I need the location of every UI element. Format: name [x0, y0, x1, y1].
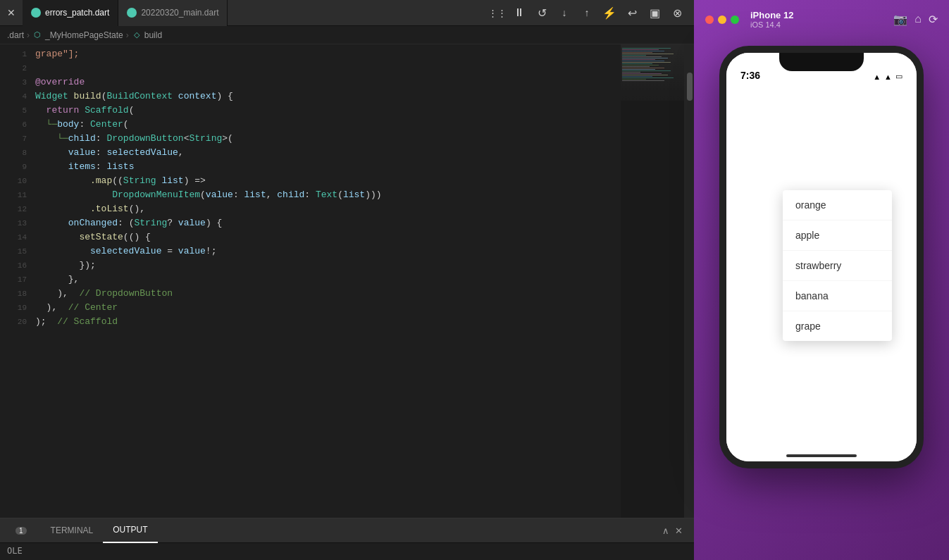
pause-icon[interactable]: ⏸: [511, 6, 528, 19]
code-token: setState: [79, 230, 123, 244]
dropdown-item[interactable]: grape: [783, 311, 892, 341]
dropdown-item[interactable]: strawberry: [783, 251, 892, 281]
code-token: <: [184, 132, 190, 146]
line-number: 2: [7, 61, 27, 75]
code-line: 3@override: [0, 75, 621, 89]
code-token: grape"];: [35, 47, 79, 61]
line-number: 13: [7, 216, 27, 230]
minimap: [621, 44, 684, 518]
code-token: value: [178, 244, 206, 259]
code-token: Text: [316, 188, 337, 202]
code-token: DropdownButton: [106, 132, 183, 146]
window-controls: [705, 15, 739, 24]
maximize-dot[interactable]: [731, 15, 739, 24]
close-dot[interactable]: [705, 15, 714, 24]
breadcrumb-class[interactable]: ⬡ _MyHomePageState: [32, 30, 123, 40]
code-token: ?: [167, 216, 178, 230]
bottom-tab-bar: 1 TERMINAL OUTPUT ∧ ✕: [0, 518, 694, 543]
dart-file-icon-2: [127, 8, 137, 18]
code-line: 7 └─child: DropdownButton<String>(: [0, 132, 621, 146]
ide-panel: ✕ errors_patch.dart 20220320_main.dart ⋮…: [0, 0, 694, 560]
search-icon[interactable]: ⊗: [669, 6, 686, 20]
code-token: ),: [35, 287, 79, 301]
code-token: [35, 160, 68, 174]
close-panel-icon[interactable]: ✕: [675, 525, 683, 536]
stop-icon[interactable]: ▣: [646, 6, 663, 20]
home-icon[interactable]: ⌂: [914, 13, 922, 26]
breadcrumb-method[interactable]: ◇ build: [132, 30, 162, 40]
code-token: .map: [90, 174, 112, 188]
step-into-icon[interactable]: ↑: [578, 7, 595, 18]
code-token: ) {: [216, 89, 232, 104]
code-token: :: [79, 118, 90, 132]
code-token: String: [189, 132, 222, 146]
run-icon[interactable]: ⚡: [601, 6, 618, 20]
code-token: value: [68, 146, 96, 160]
collapse-panel-icon[interactable]: ∧: [662, 525, 669, 536]
tab-errors-patch[interactable]: errors_patch.dart: [23, 0, 118, 26]
code-token: :: [96, 132, 107, 146]
breadcrumb-file[interactable]: .dart: [7, 30, 24, 40]
restart-icon[interactable]: ↩: [624, 6, 640, 20]
code-scrollbar[interactable]: [684, 44, 694, 518]
code-token: ) =>: [184, 174, 206, 188]
code-token: value: [206, 188, 233, 202]
screenshot-icon[interactable]: 📷: [893, 13, 907, 26]
tab-main-dart-label: 20220320_main.dart: [141, 8, 218, 18]
signal-icon: ▲: [873, 73, 881, 81]
tab-main-dart[interactable]: 20220320_main.dart: [118, 0, 228, 26]
scrollbar-thumb[interactable]: [687, 73, 693, 101]
code-token: // DropdownButton: [79, 287, 173, 301]
code-token: );: [35, 315, 57, 329]
phone-simulator-panel: iPhone 12 iOS 14.4 📷 ⌂ ⟳ 7:36 ▲ ▲ ▭: [694, 0, 949, 560]
code-token: (() {: [123, 230, 151, 244]
code-line: 2: [0, 61, 621, 75]
code-line: 4Widget build(BuildContext context) {: [0, 89, 621, 104]
code-line: 11 DropdownMenuItem(value: list, child: …: [0, 188, 621, 202]
code-token: >(: [222, 132, 233, 146]
line-number: 15: [7, 244, 27, 259]
dropdown-item[interactable]: orange: [783, 190, 892, 220]
code-token: String: [123, 174, 156, 188]
line-number: 16: [7, 259, 27, 273]
code-line: 10 .map((String list) =>: [0, 174, 621, 188]
bottom-tab-output[interactable]: OUTPUT: [103, 518, 157, 543]
reload-icon[interactable]: ↺: [533, 6, 550, 20]
close-editor-button[interactable]: ✕: [0, 0, 23, 26]
code-token: =: [161, 244, 178, 259]
bottom-controls: ∧ ✕: [662, 525, 688, 536]
line-number: 9: [7, 160, 27, 174]
dropdown-item[interactable]: banana: [783, 281, 892, 311]
code-token: :: [96, 146, 107, 160]
code-token: child: [68, 132, 96, 146]
code-token: return: [46, 104, 85, 118]
line-number: 10: [7, 174, 27, 188]
dart-file-icon: [31, 8, 41, 18]
code-line: 9 items: lists: [0, 160, 621, 174]
code-token: !;: [206, 244, 217, 259]
code-token: .toList: [90, 202, 129, 216]
line-number: 12: [7, 202, 27, 216]
code-token: list: [156, 174, 184, 188]
code-token: ,: [178, 146, 184, 160]
split-editor-icon[interactable]: ⋮⋮: [488, 8, 505, 18]
code-token: [35, 188, 112, 202]
code-line: 16 });: [0, 259, 621, 273]
code-line: 17 },: [0, 273, 621, 287]
tab-errors-patch-label: errors_patch.dart: [45, 8, 109, 18]
output-content: OLE: [0, 543, 694, 560]
phone-model-label: iPhone 12: [750, 10, 793, 20]
rotate-icon[interactable]: ⟳: [929, 13, 938, 26]
code-token: build: [74, 89, 101, 104]
code-token: context: [173, 89, 216, 104]
code-editor[interactable]: 1grape"];2 3@override4Widget build(Build…: [0, 44, 621, 518]
code-line: 12 .toList(),: [0, 202, 621, 216]
line-number: 4: [7, 89, 27, 104]
battery-icon: ▭: [895, 72, 903, 81]
minimize-dot[interactable]: [718, 15, 726, 24]
step-over-icon[interactable]: ↓: [556, 7, 573, 18]
bottom-tab-terminal[interactable]: TERMINAL: [41, 518, 104, 543]
code-token: selectedValue: [106, 146, 178, 160]
bottom-tab-number[interactable]: 1: [6, 518, 41, 543]
dropdown-item[interactable]: apple: [783, 220, 892, 251]
